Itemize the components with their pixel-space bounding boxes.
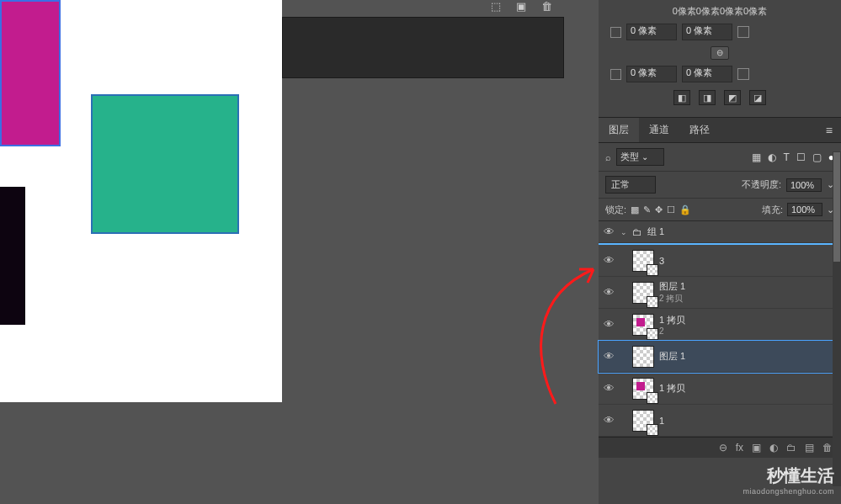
shape-teal[interactable] — [91, 94, 239, 234]
shape-magenta[interactable] — [0, 0, 61, 146]
folder-icon: 🗀 — [632, 226, 642, 238]
layer-label: 组 1 — [647, 225, 664, 238]
link-layers-icon[interactable]: ⊖ — [719, 442, 727, 454]
layer-thumb[interactable] — [632, 314, 654, 336]
collapse-icon[interactable]: ⌄ — [620, 228, 627, 236]
layer-filter-row: ⌕ 类型 ▦ ◐ T ☐ ▢ ● — [599, 143, 841, 172]
camera-icon[interactable]: ▣ — [516, 0, 526, 19]
fill-label: 填充: — [762, 204, 783, 216]
layer-thumb[interactable] — [632, 378, 654, 400]
watermark-url: miaodongshenghuo.com — [743, 487, 834, 496]
path-unite-icon[interactable]: ◧ — [673, 90, 690, 105]
layer-item-selected[interactable]: 👁 图层 1 — [599, 341, 841, 373]
visibility-icon[interactable]: 👁 — [604, 225, 615, 238]
layer-item[interactable]: 👁 1 拷贝 — [599, 373, 841, 405]
corner-input-bl[interactable]: 0 像素 — [626, 66, 677, 82]
corner-input-br[interactable]: 0 像素 — [682, 66, 732, 82]
corner-toggle-2[interactable] — [737, 68, 749, 80]
tab-channels[interactable]: 通道 — [639, 118, 679, 142]
trash-icon[interactable]: 🗑 — [541, 0, 552, 19]
corner-check-2[interactable] — [610, 69, 621, 80]
lock-row: 锁定: ▩ ✎ ✥ ☐ 🔒 填充: 100% ⌄ — [599, 199, 841, 221]
pathfinder-ops: ◧ ◨ ◩ ◪ — [605, 85, 834, 114]
visibility-icon[interactable]: 👁 — [604, 286, 615, 299]
layers-scrollbar[interactable] — [833, 151, 841, 486]
layer-thumb[interactable] — [632, 250, 654, 272]
blend-row: 正常 不透明度: 100% ⌄ — [599, 172, 841, 199]
visibility-icon[interactable]: 👁 — [604, 414, 615, 427]
visibility-icon[interactable]: 👁 — [604, 254, 615, 267]
lock-pixels-icon[interactable]: ▩ — [631, 204, 639, 215]
lock-brush-icon[interactable]: ✎ — [643, 204, 651, 215]
layer-label: 1 拷贝 — [659, 315, 685, 325]
visibility-icon[interactable]: 👁 — [604, 382, 615, 395]
lock-label: 锁定: — [605, 204, 626, 216]
visibility-icon[interactable]: 👁 — [604, 318, 615, 331]
corner-input-tr[interactable]: 0 像素 — [682, 24, 732, 40]
opacity-input[interactable]: 100% — [786, 178, 822, 192]
layer-label: 1 — [659, 416, 664, 426]
filter-shape-icon[interactable]: ☐ — [796, 151, 806, 163]
mask-icon[interactable]: ▣ — [752, 442, 761, 454]
path-subtract-icon[interactable]: ◨ — [699, 90, 716, 105]
corner-input-tl[interactable]: 0 像素 — [626, 24, 677, 40]
layers-list: 👁 ⌄ 🗀 组 1 👁 3 👁 图层 1 2 拷贝 👁 1 拷贝 2 — [599, 221, 841, 437]
group-icon[interactable]: 🗀 — [786, 442, 796, 454]
layer-sublabel: 2 — [659, 326, 685, 336]
link-corners-icon[interactable]: ⊖ — [711, 46, 729, 60]
layer-thumb[interactable] — [632, 282, 654, 304]
path-intersect-icon[interactable]: ◩ — [724, 90, 741, 105]
corner-toggle-1[interactable] — [737, 26, 749, 38]
layers-footer: ⊖ fx ▣ ◐ 🗀 ▤ 🗑 — [599, 437, 841, 458]
tab-layers[interactable]: 图层 — [599, 118, 639, 142]
filter-smart-icon[interactable]: ▢ — [812, 151, 822, 163]
layer-group-1[interactable]: 👁 ⌄ 🗀 组 1 — [599, 221, 841, 243]
lock-artboard-icon[interactable]: ☐ — [667, 204, 675, 215]
watermark-title: 秒懂生活 — [743, 464, 834, 487]
search-icon: ⌕ — [605, 152, 611, 162]
shape-black[interactable] — [0, 187, 25, 325]
layer-thumb[interactable] — [632, 346, 654, 368]
fx-icon[interactable]: fx — [736, 442, 743, 454]
layer-item[interactable]: 👁 1 — [599, 405, 841, 437]
path-exclude-icon[interactable]: ◪ — [749, 90, 766, 105]
right-panel: 0像素0像素0像素0像素 0 像素 0 像素 ⊖ 0 像素 0 像素 ◧ ◨ ◩… — [599, 0, 841, 504]
corner-check-1[interactable] — [610, 27, 621, 38]
doc-toolbar: ⬚ ▣ 🗑 — [389, 0, 566, 19]
adjustment-icon[interactable]: ◐ — [769, 442, 778, 454]
watermark: 秒懂生活 miaodongshenghuo.com — [743, 464, 834, 496]
artboard-strip — [282, 17, 564, 78]
filter-adjust-icon[interactable]: ◐ — [768, 151, 776, 163]
new-layer-icon[interactable]: ▤ — [805, 442, 814, 454]
layer-item[interactable]: 👁 3 — [599, 245, 841, 277]
layer-label: 3 — [659, 256, 664, 266]
lock-move-icon[interactable]: ✥ — [655, 204, 663, 215]
layer-label: 图层 1 — [659, 281, 685, 291]
filter-type-select[interactable]: 类型 — [616, 148, 664, 166]
layer-item[interactable]: 👁 1 拷贝 2 — [599, 309, 841, 341]
fill-input[interactable]: 100% — [787, 203, 822, 216]
layer-label: 1 拷贝 — [659, 382, 685, 395]
tab-paths[interactable]: 路径 — [679, 118, 720, 142]
blend-mode-select[interactable]: 正常 — [605, 176, 656, 194]
layer-item[interactable]: 👁 图层 1 2 拷贝 — [599, 277, 841, 309]
corner-radius-summary: 0像素0像素0像素0像素 — [605, 3, 834, 21]
canvas[interactable] — [0, 0, 282, 402]
panel-tabs: 图层 通道 路径 ≡ — [599, 117, 841, 143]
properties-panel: 0像素0像素0像素0像素 0 像素 0 像素 ⊖ 0 像素 0 像素 ◧ ◨ ◩… — [599, 0, 841, 117]
panel-menu-icon[interactable]: ≡ — [817, 124, 841, 137]
layer-label: 图层 1 — [659, 350, 685, 363]
layer-sublabel: 2 拷贝 — [659, 293, 685, 305]
visibility-icon[interactable]: 👁 — [604, 350, 615, 363]
merge-icon[interactable]: ⬚ — [491, 0, 501, 19]
delete-icon[interactable]: 🗑 — [822, 442, 833, 454]
filter-type-icon[interactable]: T — [783, 151, 789, 163]
layer-thumb[interactable] — [632, 410, 654, 432]
filter-pixel-icon[interactable]: ▦ — [752, 151, 761, 163]
lock-all-icon[interactable]: 🔒 — [679, 204, 691, 215]
opacity-label: 不透明度: — [742, 178, 781, 191]
